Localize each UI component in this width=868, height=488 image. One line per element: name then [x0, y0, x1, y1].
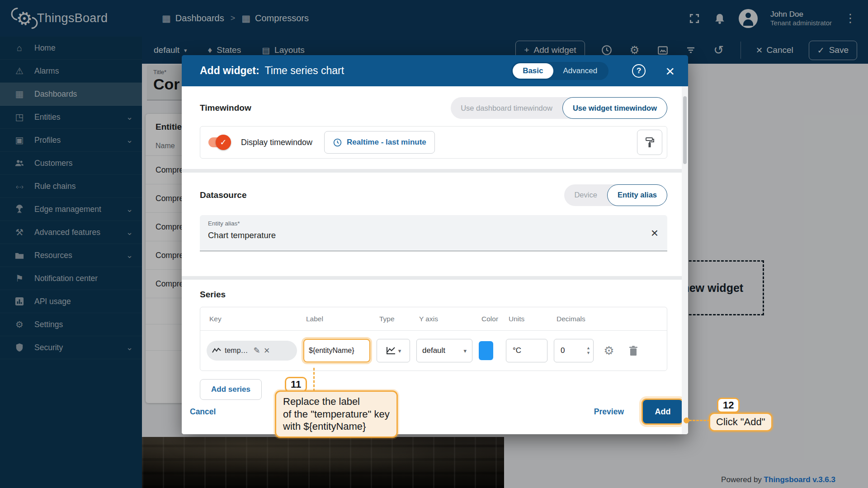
col-key: Key: [207, 315, 297, 323]
series-settings-gear-icon[interactable]: ⚙: [600, 344, 618, 358]
use-dashboard-timewindow-option[interactable]: Use dashboard timewindow: [451, 97, 562, 119]
step-11-tooltip: Replace the label of the "temperature" k…: [275, 390, 398, 438]
series-table-header: Key Label Type Y axis Color Units Decima…: [200, 307, 667, 331]
series-key-value: temp…: [225, 347, 248, 355]
dialog-footer: Cancel Preview Add: [190, 400, 683, 423]
timewindow-scope-toggle: Use dashboard timewindow Use widget time…: [451, 97, 667, 119]
help-icon[interactable]: ?: [632, 64, 646, 78]
series-label-input[interactable]: ${entityName}: [303, 339, 370, 362]
stepper-down-icon[interactable]: ▼: [586, 351, 590, 355]
mode-basic-toggle[interactable]: Basic: [513, 63, 553, 79]
series-key-chip[interactable]: temp… ✎ ×: [207, 341, 297, 361]
step-11-line-3: with ${entityName}: [283, 420, 390, 433]
add-button[interactable]: Add: [643, 400, 683, 423]
realtime-timewindow-button[interactable]: Realtime - last minute: [324, 131, 435, 154]
thingsboard-app: ⚙ ThingsBoard ▦ Dashboards > ▦ Compresso…: [0, 0, 868, 488]
use-widget-timewindow-option[interactable]: Use widget timewindow: [562, 97, 667, 119]
display-timewindow-toggle[interactable]: ✓: [208, 137, 229, 147]
series-section: Series Key Label Type Y axis Color Units…: [182, 280, 688, 434]
datasource-section: Datasource Device Entity alias Entity al…: [182, 173, 688, 276]
y-axis-value: default: [422, 346, 445, 355]
sparkline-icon: [212, 347, 221, 354]
remove-key-icon[interactable]: ×: [264, 346, 270, 356]
col-units: Units: [506, 315, 547, 323]
series-color-swatch[interactable]: [479, 341, 493, 360]
decimals-value: 0: [561, 346, 565, 355]
col-y-axis: Y axis: [416, 315, 472, 323]
dialog-body: Timewindow Use dashboard timewindow Use …: [182, 86, 688, 434]
scrollbar-thumb[interactable]: [683, 96, 687, 164]
datasource-heading: Datasource: [200, 190, 247, 200]
series-decimals-input[interactable]: 0 ▲ ▼: [554, 339, 594, 362]
realtime-label: Realtime - last minute: [347, 138, 426, 147]
add-series-button[interactable]: Add series: [200, 379, 262, 400]
col-type: Type: [377, 315, 410, 323]
entity-alias-field-value: Chart temperature: [208, 230, 659, 240]
step-11-connector-line: [313, 368, 315, 391]
device-option[interactable]: Device: [564, 184, 607, 206]
edit-key-pencil-icon[interactable]: ✎: [254, 346, 260, 356]
series-table: Key Label Type Y axis Color Units Decima…: [200, 307, 667, 371]
step-11-line-2: of the "temperature" key: [283, 408, 390, 421]
series-y-axis-select[interactable]: default ▾: [416, 339, 472, 362]
entity-alias-field-label: Entity alias*: [208, 220, 659, 227]
col-color: Color: [479, 315, 500, 323]
timewindow-heading: Timewindow: [200, 103, 251, 113]
clock-icon: [333, 138, 342, 147]
col-label: Label: [303, 315, 370, 323]
series-type-select[interactable]: ▾: [377, 339, 410, 362]
decimals-stepper[interactable]: ▲ ▼: [586, 346, 590, 355]
step-11-line-1: Replace the label: [283, 395, 390, 408]
dialog-title: Time series chart: [265, 65, 344, 77]
col-decimals: Decimals: [554, 315, 594, 323]
mode-advanced-toggle[interactable]: Advanced: [553, 63, 608, 79]
copy-style-roller-button[interactable]: [637, 130, 662, 155]
line-chart-icon: [386, 346, 396, 355]
toggle-check-icon: ✓: [216, 135, 231, 150]
series-heading: Series: [200, 290, 667, 300]
step-12-connector-line: [689, 420, 710, 421]
dialog-cancel-button[interactable]: Cancel: [190, 407, 216, 417]
dialog-title-prefix: Add widget:: [200, 65, 259, 77]
entity-alias-field[interactable]: Entity alias* Chart temperature ×: [200, 215, 667, 251]
step-12-badge: 12: [717, 398, 740, 413]
paint-roller-icon: [644, 136, 655, 148]
series-units-input[interactable]: °C: [506, 339, 547, 362]
add-widget-dialog: Add widget: Time series chart Basic Adva…: [182, 55, 688, 434]
timewindow-card: ✓ Display timewindow Realtime - last min…: [200, 126, 667, 159]
series-delete-trash-icon[interactable]: [624, 346, 642, 356]
timewindow-section: Timewindow Use dashboard timewindow Use …: [182, 86, 688, 169]
step-11-badge: 11: [285, 377, 307, 392]
dialog-scrollbar: [682, 86, 688, 434]
series-row: temp… ✎ × ${entityName} ▾ default: [200, 331, 667, 371]
datasource-type-toggle: Device Entity alias: [564, 184, 667, 206]
display-timewindow-label: Display timewindow: [241, 138, 312, 147]
step-12-tooltip: Click "Add": [709, 413, 773, 432]
preview-button[interactable]: Preview: [594, 407, 624, 417]
clear-alias-icon[interactable]: ×: [651, 227, 658, 239]
close-dialog-icon[interactable]: ×: [665, 63, 675, 79]
stepper-up-icon[interactable]: ▲: [586, 346, 590, 350]
caret-down-icon: ▾: [463, 347, 467, 354]
dialog-header: Add widget: Time series chart Basic Adva…: [182, 55, 688, 86]
caret-down-icon: ▾: [398, 347, 401, 354]
mode-toggle: Basic Advanced: [511, 62, 609, 80]
entity-alias-option[interactable]: Entity alias: [607, 184, 667, 206]
